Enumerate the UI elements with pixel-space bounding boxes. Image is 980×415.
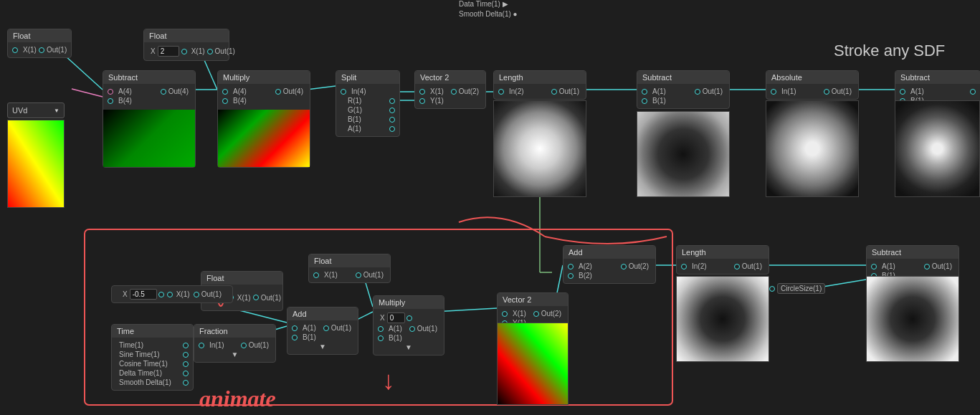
vector2-1-header: Vector 2 xyxy=(415,71,485,84)
length1-in-port[interactable] xyxy=(498,89,504,95)
multiply1-header: Multiply xyxy=(218,71,310,84)
time-out-port[interactable] xyxy=(183,343,189,348)
smooth-delta-port[interactable] xyxy=(183,380,189,386)
multiply1-node: Multiply A(4) Out(4) B(4) xyxy=(217,70,310,168)
split-b-port[interactable] xyxy=(389,117,395,123)
subtract3-preview xyxy=(895,100,980,197)
add2-b-port[interactable] xyxy=(568,273,574,279)
split-r-port[interactable] xyxy=(389,98,395,104)
fraction-node: Fraction In(1) Out(1) ▼ xyxy=(194,324,276,363)
multiply1-a-port[interactable] xyxy=(222,89,228,95)
vec2-1-y-port[interactable] xyxy=(419,98,425,104)
multiply1-out-port[interactable] xyxy=(275,89,281,95)
time-node: Time Time(1) Sine Time(1) Cosine Time(1)… xyxy=(111,324,194,391)
length2-out-port[interactable] xyxy=(734,264,740,269)
sine-time-port[interactable] xyxy=(183,352,189,358)
subtract2-out-port[interactable] xyxy=(695,89,700,95)
split-a-port[interactable] xyxy=(389,126,395,132)
circle-size-port[interactable] xyxy=(769,286,775,292)
add1-b-port[interactable] xyxy=(292,335,298,340)
float5-in-port[interactable] xyxy=(167,292,173,297)
float2-x-row: X X(1) Out(1) xyxy=(144,45,229,57)
float5-out-port[interactable] xyxy=(194,292,199,297)
add2-a-port[interactable] xyxy=(568,264,574,269)
subtract1-node: Subtract A(4) Out(4) B(4) xyxy=(103,70,196,168)
svg-line-10 xyxy=(72,89,103,97)
split-in-port[interactable] xyxy=(341,89,346,95)
float3-header: Float xyxy=(309,254,390,267)
float4-out-port[interactable] xyxy=(253,295,259,300)
vec2-1-x-port[interactable] xyxy=(419,89,425,95)
dropdown-arrow: ▼ xyxy=(54,108,60,114)
float3-node: Float X(1) Out(1) xyxy=(308,254,391,283)
subtract2-preview xyxy=(637,111,730,197)
length1-out-port[interactable] xyxy=(551,89,557,95)
circle-size-row: CircleSize(1) xyxy=(769,283,825,294)
add1-a-port[interactable] xyxy=(292,325,298,331)
float2-mid-port[interactable] xyxy=(181,49,187,54)
float5-node: X X(1) Out(1) xyxy=(111,285,233,303)
float1-in-port[interactable] xyxy=(12,47,18,53)
multiply2-expand[interactable]: ▼ xyxy=(405,343,412,351)
subtract2-node: Subtract A(1) Out(1) B(1) xyxy=(637,70,730,109)
add2-out-port[interactable] xyxy=(621,264,627,269)
svg-line-3 xyxy=(307,86,336,90)
float5-x-input[interactable] xyxy=(130,289,157,300)
split1-header: Split xyxy=(336,71,399,84)
absolute1-in-port[interactable] xyxy=(771,89,776,95)
multiply2-mid-port[interactable] xyxy=(406,315,412,321)
multiply2-out-port[interactable] xyxy=(409,326,415,332)
absolute1-preview xyxy=(766,100,859,197)
length1-node: Length In(2) Out(1) xyxy=(493,70,586,100)
add1-out-port[interactable] xyxy=(323,325,329,331)
subtract2-a-port[interactable] xyxy=(642,89,647,95)
multiply2-header: Multiply xyxy=(374,296,444,309)
split-g-port[interactable] xyxy=(389,108,395,113)
length1-preview xyxy=(493,100,586,197)
float2-x-input[interactable] xyxy=(158,46,179,57)
fraction-in-port[interactable] xyxy=(199,343,204,348)
length2-node: Length In(2) Out(1) xyxy=(676,245,769,275)
vec2-2-out-port[interactable] xyxy=(533,311,539,317)
uvd-dropdown[interactable]: UVd ▼ xyxy=(7,102,65,118)
float1-out-port[interactable] xyxy=(39,47,44,53)
float3-in-port[interactable] xyxy=(313,272,319,278)
subtract2-header: Subtract xyxy=(637,71,729,84)
absolute1-out-port[interactable] xyxy=(824,89,829,95)
float2-out-port[interactable] xyxy=(207,49,213,54)
fraction-expand[interactable]: ▼ xyxy=(232,350,239,358)
delta-time-port[interactable] xyxy=(183,371,189,376)
multiply2-node: Multiply X A(1) Out(1) B(1) ▼ xyxy=(373,295,444,356)
multiply1-b-port[interactable] xyxy=(222,98,228,104)
subtract3-out-port[interactable] xyxy=(970,89,976,95)
float2-node: Float X X(1) Out(1) xyxy=(143,29,229,61)
multiply2-x-input[interactable] xyxy=(387,313,405,323)
fraction-out-port[interactable] xyxy=(241,343,247,348)
subtract1-out-port[interactable] xyxy=(161,89,166,95)
subtract4-preview xyxy=(866,276,959,362)
subtract1-a-port[interactable] xyxy=(108,89,113,95)
vector2-1-node: Vector 2 X(1) Out(2) Y(1) xyxy=(414,70,486,109)
subtract2-b-port[interactable] xyxy=(642,98,647,104)
subtract3-header: Subtract xyxy=(895,71,980,84)
length1-header: Length xyxy=(494,71,586,84)
time-header: Time xyxy=(112,325,193,338)
float5-mid-port[interactable] xyxy=(158,292,164,297)
multiply2-a-port[interactable] xyxy=(378,326,384,332)
cos-time-port[interactable] xyxy=(183,361,189,367)
add1-header: Add xyxy=(287,307,358,320)
subtract1-b-port[interactable] xyxy=(108,98,113,104)
add1-expand[interactable]: ▼ xyxy=(319,343,326,350)
float4-header: Float xyxy=(201,272,282,285)
subtract4-out-port[interactable] xyxy=(924,264,930,269)
svg-line-22 xyxy=(823,280,866,287)
float3-out-port[interactable] xyxy=(356,272,361,278)
length2-in-port[interactable] xyxy=(681,264,687,269)
float1-node: Float X(1) Out(1) xyxy=(7,29,72,58)
subtract4-a-port[interactable] xyxy=(871,264,877,269)
multiply2-b-port[interactable] xyxy=(378,335,384,341)
subtract3-a-port[interactable] xyxy=(900,89,905,95)
stroke-title: Stroke any SDF xyxy=(834,42,945,60)
vec2-2-x-port[interactable] xyxy=(502,311,508,317)
vec2-1-out-port[interactable] xyxy=(451,89,457,95)
